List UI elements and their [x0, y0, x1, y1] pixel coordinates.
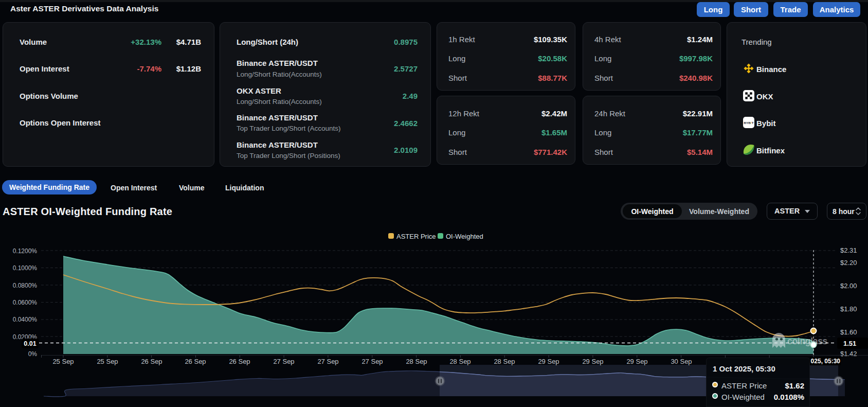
svg-text:coinglass: coinglass — [787, 336, 828, 346]
